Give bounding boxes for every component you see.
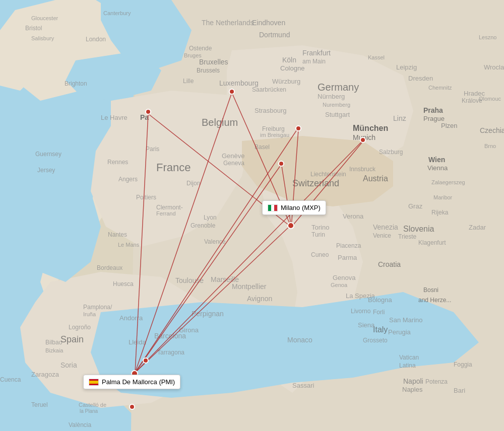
svg-text:Perpignan: Perpignan xyxy=(192,310,224,318)
svg-text:Nürnberg: Nürnberg xyxy=(318,93,345,100)
svg-text:Salisbury: Salisbury xyxy=(31,35,54,41)
svg-text:Klagenfurt: Klagenfurt xyxy=(418,239,446,246)
svg-text:München: München xyxy=(353,124,388,132)
svg-text:Ferrand: Ferrand xyxy=(156,210,176,217)
svg-point-149 xyxy=(229,89,234,94)
svg-text:Teruel: Teruel xyxy=(31,401,48,408)
svg-text:Belgium: Belgium xyxy=(202,117,238,128)
svg-point-153 xyxy=(279,161,284,166)
svg-text:Austria: Austria xyxy=(363,174,388,183)
svg-text:Napoli: Napoli xyxy=(403,377,423,385)
svg-text:Logroño: Logroño xyxy=(69,324,91,331)
svg-text:Leipzig: Leipzig xyxy=(396,63,417,71)
svg-text:Dijon: Dijon xyxy=(186,180,200,187)
svg-text:Ostende: Ostende xyxy=(189,45,212,52)
svg-text:Croatia: Croatia xyxy=(378,260,401,268)
svg-text:Venezia: Venezia xyxy=(373,223,398,231)
svg-text:im Breisgau: im Breisgau xyxy=(260,132,289,138)
svg-text:Geneva: Geneva xyxy=(223,160,244,167)
svg-text:Monaco: Monaco xyxy=(287,336,312,344)
svg-text:Vienna: Vienna xyxy=(427,164,448,172)
svg-text:Italy: Italy xyxy=(373,325,388,334)
svg-text:Jersey: Jersey xyxy=(37,167,55,174)
svg-text:Lleida: Lleida xyxy=(129,338,146,346)
svg-text:Prague: Prague xyxy=(423,115,445,122)
svg-text:Bari: Bari xyxy=(454,387,465,394)
svg-text:Stuttgart: Stuttgart xyxy=(325,111,350,118)
svg-text:Dresden: Dresden xyxy=(408,75,433,82)
svg-point-154 xyxy=(143,358,148,363)
svg-text:Genève: Genève xyxy=(222,152,245,160)
svg-text:am Main: am Main xyxy=(302,58,326,65)
svg-text:Spain: Spain xyxy=(60,334,84,344)
svg-text:Gloucester: Gloucester xyxy=(31,15,58,21)
svg-text:Lille: Lille xyxy=(183,78,194,85)
svg-point-157 xyxy=(130,404,135,409)
svg-text:Plzen: Plzen xyxy=(441,122,458,129)
svg-text:Lyon: Lyon xyxy=(204,214,217,221)
svg-text:Trieste: Trieste xyxy=(398,233,417,240)
svg-text:Salzburg: Salzburg xyxy=(379,149,403,156)
svg-text:Brighton: Brighton xyxy=(65,80,87,87)
svg-point-150 xyxy=(146,109,151,114)
svg-text:Bizkaia: Bizkaia xyxy=(45,347,64,353)
svg-text:Paris: Paris xyxy=(146,146,159,153)
svg-text:Guernsey: Guernsey xyxy=(35,151,61,158)
svg-text:Bordeaux: Bordeaux xyxy=(97,264,122,271)
svg-point-156 xyxy=(132,371,138,377)
svg-text:Huesca: Huesca xyxy=(113,280,134,288)
svg-text:Iruña: Iruña xyxy=(83,311,96,317)
svg-text:Tarragona: Tarragona xyxy=(157,349,184,356)
svg-text:València: València xyxy=(69,421,91,428)
svg-text:France: France xyxy=(156,161,191,174)
map-container: Belgium France Germany Switzerland Austr… xyxy=(0,0,504,431)
svg-text:Grosseto: Grosseto xyxy=(363,337,388,344)
svg-text:Sassari: Sassari xyxy=(292,382,314,389)
svg-text:Grenoble: Grenoble xyxy=(191,222,216,229)
svg-text:la Plana: la Plana xyxy=(80,408,98,414)
svg-text:Bosni: Bosni xyxy=(423,286,438,294)
svg-text:Germany: Germany xyxy=(318,82,359,93)
svg-text:Castelló de: Castelló de xyxy=(79,402,106,408)
map-svg: Belgium France Germany Switzerland Austr… xyxy=(0,0,504,431)
svg-text:Verona: Verona xyxy=(343,212,364,220)
svg-text:Genoa: Genoa xyxy=(331,282,348,288)
svg-text:Bilbao: Bilbao xyxy=(45,339,62,346)
svg-text:Perugia: Perugia xyxy=(388,328,411,336)
svg-text:Cuneo: Cuneo xyxy=(311,251,329,258)
svg-text:Pamplona/: Pamplona/ xyxy=(83,304,112,311)
svg-text:Forli: Forli xyxy=(373,309,385,316)
svg-text:Eindhoven: Eindhoven xyxy=(252,19,285,27)
svg-text:Soria: Soria xyxy=(60,361,77,369)
svg-text:Czechia: Czechia xyxy=(480,126,504,134)
svg-text:Freiburg: Freiburg xyxy=(262,125,285,132)
svg-text:Brno: Brno xyxy=(484,143,496,149)
svg-text:Livorno: Livorno xyxy=(351,308,371,315)
svg-text:Le Mans: Le Mans xyxy=(118,242,140,248)
svg-text:Liechtenstein: Liechtenstein xyxy=(310,171,346,178)
svg-text:Dortmund: Dortmund xyxy=(259,31,290,39)
svg-text:Torino: Torino xyxy=(311,224,329,231)
svg-text:Zadar: Zadar xyxy=(469,224,486,231)
svg-text:Wroclaw: Wroclaw xyxy=(484,63,504,71)
svg-text:Kassel: Kassel xyxy=(368,54,385,60)
svg-text:Poitiers: Poitiers xyxy=(136,194,156,201)
svg-text:Potenza: Potenza xyxy=(425,378,448,385)
svg-text:Saarbrücken: Saarbrücken xyxy=(252,86,286,93)
svg-text:Slovenia: Slovenia xyxy=(403,225,434,233)
svg-text:Vatican: Vatican xyxy=(399,354,419,361)
svg-text:Andorra: Andorra xyxy=(119,314,143,322)
svg-text:Bristol: Bristol xyxy=(25,25,42,32)
svg-text:Graz: Graz xyxy=(408,202,423,210)
svg-text:San Marino: San Marino xyxy=(389,316,422,324)
svg-text:Bologna: Bologna xyxy=(368,296,392,304)
svg-text:Parma: Parma xyxy=(338,254,357,261)
svg-text:Cologne: Cologne xyxy=(280,64,304,72)
svg-point-151 xyxy=(296,126,301,131)
svg-text:Leszno: Leszno xyxy=(479,34,496,40)
svg-text:Clermont-: Clermont- xyxy=(156,204,183,211)
svg-text:Rennes: Rennes xyxy=(107,159,128,166)
svg-text:and Herze...: and Herze... xyxy=(418,297,451,304)
svg-text:Strasbourg: Strasbourg xyxy=(255,107,287,114)
svg-point-155 xyxy=(288,223,294,229)
